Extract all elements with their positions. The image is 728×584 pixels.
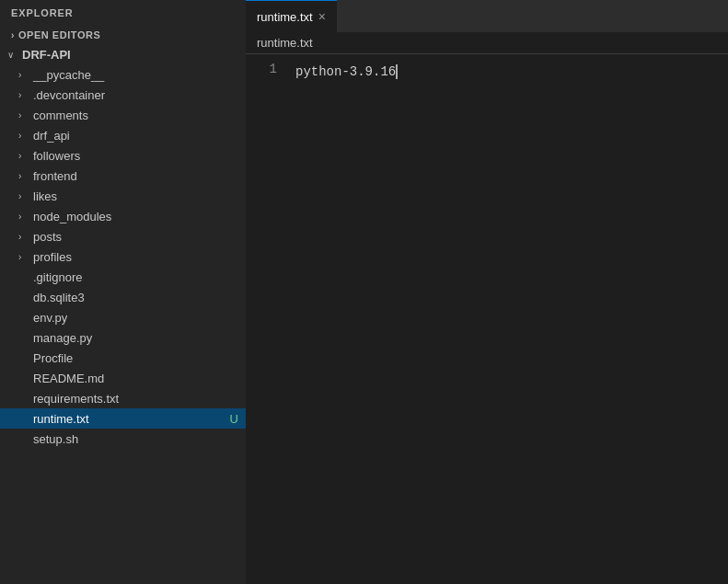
chevron-right-icon: › [18, 90, 29, 100]
code-line-1: python-3.9.16 [295, 62, 728, 82]
sidebar-item-comments[interactable]: › comments [0, 105, 246, 125]
sidebar-item-followers[interactable]: › followers [0, 145, 246, 166]
sidebar-item-env-py[interactable]: env.py [0, 307, 246, 327]
sidebar-item-drf-api-folder[interactable]: › drf_api [0, 125, 246, 145]
chevron-right-icon: › [11, 30, 15, 40]
file-label: README.md [33, 372, 104, 385]
chevron-right-icon: › [18, 70, 29, 80]
folder-label: .devcontainer [33, 88, 105, 102]
close-tab-button[interactable]: × [318, 10, 326, 23]
chevron-right-icon: › [18, 110, 29, 120]
folder-label: comments [33, 109, 88, 122]
sidebar-item-posts[interactable]: › posts [0, 226, 246, 246]
sidebar: Explorer › Open Editors ∨ DRF-API › __py… [0, 0, 246, 584]
sidebar-item-node-modules[interactable]: › node_modules [0, 206, 246, 226]
sidebar-item-readme-md[interactable]: README.md [0, 368, 246, 388]
tab-bar: runtime.txt × [246, 0, 728, 32]
sidebar-item-db-sqlite3[interactable]: db.sqlite3 [0, 287, 246, 307]
file-label: runtime.txt [33, 412, 89, 426]
chevron-right-icon: › [18, 171, 29, 181]
chevron-right-icon: › [18, 191, 29, 201]
sidebar-item-runtime-txt[interactable]: runtime.txt U [0, 408, 246, 429]
sidebar-item-manage-py[interactable]: manage.py [0, 327, 246, 348]
line-number-1: 1 [246, 62, 277, 76]
file-label: requirements.txt [33, 392, 119, 406]
code-text: python-3.9.16 [295, 64, 396, 79]
file-label: Procfile [33, 351, 73, 365]
open-editors-label: Open Editors [18, 29, 101, 40]
chevron-right-icon: › [18, 212, 29, 222]
sidebar-item-likes[interactable]: › likes [0, 186, 246, 206]
folder-label: posts [33, 230, 62, 244]
drf-api-label: DRF-API [22, 48, 71, 62]
breadcrumb: runtime.txt [246, 32, 728, 54]
sidebar-item-pycache[interactable]: › __pycache__ [0, 64, 246, 85]
modified-badge: U [230, 412, 238, 426]
tab-label: runtime.txt [257, 10, 313, 24]
folder-label: frontend [33, 169, 77, 183]
sidebar-item-requirements-txt[interactable]: requirements.txt [0, 388, 246, 408]
file-label: env.py [33, 311, 67, 325]
chevron-right-icon: › [18, 232, 29, 242]
text-cursor [396, 64, 398, 79]
editor-content[interactable]: 1 python-3.9.16 [246, 54, 728, 584]
sidebar-item-profiles[interactable]: › profiles [0, 246, 246, 267]
folder-label: drf_api [33, 129, 70, 143]
open-editors-section[interactable]: › Open Editors [0, 26, 246, 44]
folder-label: followers [33, 149, 80, 163]
editor-area: runtime.txt × runtime.txt 1 python-3.9.1… [246, 0, 728, 584]
chevron-down-icon: ∨ [7, 50, 18, 60]
sidebar-item-devcontainer[interactable]: › .devcontainer [0, 85, 246, 105]
sidebar-header: Explorer [0, 0, 246, 26]
chevron-right-icon: › [18, 252, 29, 262]
sidebar-item-frontend[interactable]: › frontend [0, 166, 246, 186]
tab-runtime-txt[interactable]: runtime.txt × [246, 0, 337, 32]
file-label: manage.py [33, 331, 92, 345]
folder-label: __pycache__ [33, 68, 104, 82]
breadcrumb-text: runtime.txt [257, 36, 313, 50]
sidebar-item-gitignore[interactable]: .gitignore [0, 267, 246, 287]
code-content[interactable]: python-3.9.16 [292, 62, 728, 577]
sidebar-item-setup-sh[interactable]: setup.sh [0, 429, 246, 449]
folder-label: profiles [33, 250, 72, 264]
chevron-right-icon: › [18, 131, 29, 141]
sidebar-item-drf-api[interactable]: ∨ DRF-API [0, 44, 246, 64]
file-label: setup.sh [33, 432, 78, 446]
folder-label: node_modules [33, 210, 111, 223]
line-numbers: 1 [246, 62, 292, 577]
folder-label: likes [33, 189, 57, 203]
file-label: db.sqlite3 [33, 291, 85, 304]
chevron-right-icon: › [18, 151, 29, 161]
file-label: .gitignore [33, 270, 82, 284]
sidebar-item-procfile[interactable]: Procfile [0, 348, 246, 368]
